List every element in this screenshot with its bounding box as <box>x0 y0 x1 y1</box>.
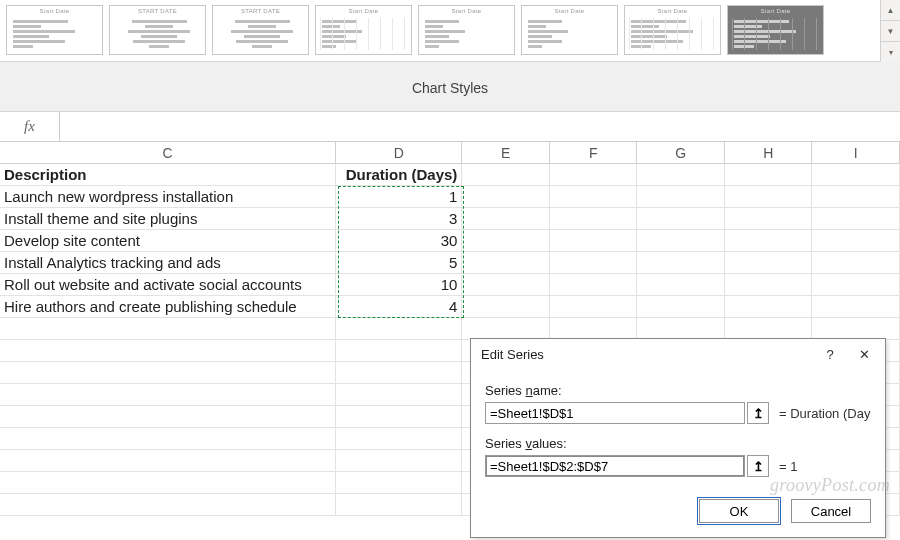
cell[interactable] <box>550 252 638 274</box>
cell[interactable]: 4 <box>336 296 462 318</box>
cell[interactable] <box>462 230 550 252</box>
gallery-more-button[interactable]: ▾ <box>881 42 900 62</box>
cell[interactable] <box>462 274 550 296</box>
cell[interactable] <box>336 384 462 406</box>
cell[interactable] <box>725 230 813 252</box>
column-header-D[interactable]: D <box>336 142 462 163</box>
cell[interactable] <box>637 186 725 208</box>
cell[interactable] <box>812 164 900 186</box>
cell[interactable]: 30 <box>336 230 462 252</box>
cell[interactable] <box>0 406 336 428</box>
dialog-cancel-button[interactable]: Cancel <box>791 499 871 523</box>
cell[interactable] <box>637 274 725 296</box>
cell[interactable]: Develop site content <box>0 230 336 252</box>
cell[interactable] <box>462 296 550 318</box>
cell[interactable] <box>0 450 336 472</box>
cell[interactable]: Install Analytics tracking and ads <box>0 252 336 274</box>
cell[interactable] <box>462 318 550 340</box>
chart-style-option[interactable]: Start Date <box>6 5 103 55</box>
fx-icon[interactable]: fx <box>0 112 60 141</box>
dialog-close-button[interactable]: ✕ <box>847 341 881 367</box>
cell[interactable] <box>0 472 336 494</box>
cell[interactable] <box>725 252 813 274</box>
cell[interactable] <box>812 186 900 208</box>
cell[interactable] <box>725 318 813 340</box>
cell[interactable]: 1 <box>336 186 462 208</box>
column-header-C[interactable]: C <box>0 142 336 163</box>
cell[interactable] <box>336 318 462 340</box>
cell[interactable]: Description <box>0 164 336 186</box>
cell[interactable] <box>812 274 900 296</box>
cell[interactable] <box>462 252 550 274</box>
cell[interactable] <box>550 296 638 318</box>
cell[interactable]: 10 <box>336 274 462 296</box>
column-header-H[interactable]: H <box>725 142 813 163</box>
cell[interactable] <box>336 450 462 472</box>
cell[interactable] <box>0 384 336 406</box>
cell[interactable] <box>637 208 725 230</box>
cell[interactable] <box>725 296 813 318</box>
cell[interactable] <box>336 472 462 494</box>
chart-style-option[interactable]: Start Date <box>727 5 824 55</box>
cell[interactable]: Duration (Days) <box>336 164 462 186</box>
gallery-up-button[interactable]: ▲ <box>881 0 900 21</box>
column-header-G[interactable]: G <box>637 142 725 163</box>
cell[interactable] <box>336 362 462 384</box>
series-name-ref-button[interactable]: ↥ <box>747 402 769 424</box>
column-header-F[interactable]: F <box>550 142 638 163</box>
cell[interactable] <box>462 186 550 208</box>
cell[interactable] <box>550 318 638 340</box>
series-name-input[interactable] <box>485 402 745 424</box>
cell[interactable] <box>550 208 638 230</box>
cell[interactable] <box>637 164 725 186</box>
cell[interactable] <box>462 164 550 186</box>
cell[interactable] <box>812 318 900 340</box>
cell[interactable]: 3 <box>336 208 462 230</box>
column-header-I[interactable]: I <box>812 142 900 163</box>
cell[interactable]: Hire authors and create publishing sched… <box>0 296 336 318</box>
cell[interactable] <box>725 164 813 186</box>
cell[interactable] <box>725 186 813 208</box>
cell[interactable] <box>637 230 725 252</box>
cell[interactable] <box>0 318 336 340</box>
cell[interactable] <box>0 362 336 384</box>
cell[interactable] <box>725 208 813 230</box>
cell[interactable] <box>336 494 462 516</box>
cell[interactable] <box>812 296 900 318</box>
dialog-help-button[interactable]: ? <box>813 341 847 367</box>
chart-style-option[interactable]: Start Date <box>418 5 515 55</box>
series-values-ref-button[interactable]: ↥ <box>747 455 769 477</box>
cell[interactable] <box>812 208 900 230</box>
cell[interactable] <box>0 428 336 450</box>
cell[interactable]: Launch new wordpress installation <box>0 186 336 208</box>
column-header-E[interactable]: E <box>462 142 550 163</box>
cell[interactable] <box>637 318 725 340</box>
cell[interactable] <box>637 252 725 274</box>
cell[interactable]: Install theme and site plugins <box>0 208 336 230</box>
cell[interactable] <box>812 252 900 274</box>
cell[interactable]: 5 <box>336 252 462 274</box>
chart-style-option[interactable]: Start Date <box>315 5 412 55</box>
chart-style-option[interactable]: Start Date <box>521 5 618 55</box>
cell[interactable] <box>637 296 725 318</box>
cell[interactable]: Roll out website and activate social acc… <box>0 274 336 296</box>
cell[interactable] <box>0 494 336 516</box>
cell[interactable] <box>550 230 638 252</box>
cell[interactable] <box>336 406 462 428</box>
chart-style-option[interactable]: START DATE <box>212 5 309 55</box>
chart-style-option[interactable]: START DATE <box>109 5 206 55</box>
cell[interactable] <box>725 274 813 296</box>
cell[interactable] <box>462 208 550 230</box>
cell[interactable] <box>0 340 336 362</box>
chart-style-option[interactable]: Start Date <box>624 5 721 55</box>
series-values-input[interactable] <box>485 455 745 477</box>
cell[interactable] <box>550 164 638 186</box>
dialog-ok-button[interactable]: OK <box>699 499 779 523</box>
cell[interactable] <box>550 186 638 208</box>
formula-input[interactable] <box>60 112 900 141</box>
cell[interactable] <box>336 428 462 450</box>
cell[interactable] <box>550 274 638 296</box>
cell[interactable] <box>336 340 462 362</box>
gallery-down-button[interactable]: ▼ <box>881 21 900 42</box>
cell[interactable] <box>812 230 900 252</box>
